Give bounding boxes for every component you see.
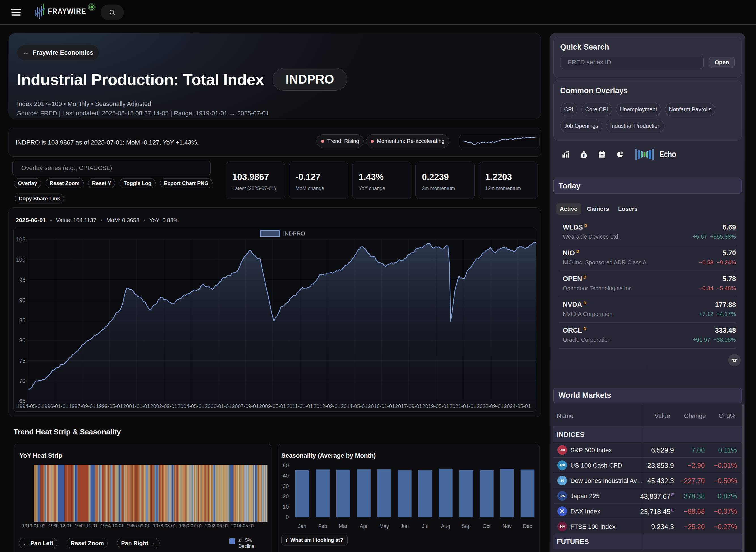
svg-text:2022-09-01: 2022-09-01 [477, 403, 503, 409]
svg-text:2017-09-01: 2017-09-01 [395, 403, 422, 409]
svg-text:Apr: Apr [359, 523, 367, 529]
svg-text:2009-05-01: 2009-05-01 [259, 403, 286, 409]
svg-text:2002-09-01: 2002-09-01 [150, 403, 177, 409]
svg-text:30: 30 [283, 483, 289, 489]
svg-text:50: 50 [283, 462, 289, 468]
svg-text:May: May [380, 523, 389, 529]
svg-text:70: 70 [19, 378, 25, 384]
svg-text:Nov: Nov [502, 523, 511, 529]
svg-text:Jul: Jul [422, 523, 428, 529]
svg-text:90: 90 [19, 297, 25, 303]
svg-text:75: 75 [19, 358, 25, 364]
svg-text:Oct: Oct [482, 523, 490, 529]
svg-text:Mar: Mar [339, 523, 348, 529]
svg-text:40: 40 [283, 473, 289, 478]
svg-text:85: 85 [19, 317, 25, 323]
svg-text:0: 0 [286, 514, 289, 520]
svg-text:1999-05-01: 1999-05-01 [96, 403, 123, 409]
svg-text:Aug: Aug [441, 523, 450, 529]
svg-text:2016-01-01: 2016-01-01 [368, 403, 395, 409]
svg-text:2001-01-01: 2001-01-01 [123, 403, 150, 409]
svg-text:105: 105 [16, 236, 25, 243]
svg-text:2011-01-01: 2011-01-01 [287, 403, 313, 409]
svg-text:2021-01-01: 2021-01-01 [449, 403, 476, 409]
svg-text:2004-05-01: 2004-05-01 [178, 403, 204, 409]
svg-text:Jan: Jan [298, 523, 306, 529]
svg-text:Dec: Dec [523, 523, 532, 529]
svg-text:100: 100 [16, 256, 25, 263]
svg-text:2024-05-01: 2024-05-01 [504, 403, 531, 409]
svg-text:2014-05-01: 2014-05-01 [341, 403, 368, 409]
svg-text:Sep: Sep [462, 523, 471, 529]
svg-text:20: 20 [283, 493, 289, 499]
svg-text:1996-01-01: 1996-01-01 [42, 403, 68, 409]
svg-text:2012-09-01: 2012-09-01 [314, 403, 341, 409]
svg-text:Feb: Feb [318, 523, 327, 529]
svg-text:80: 80 [19, 337, 25, 343]
svg-text:2006-01-01: 2006-01-01 [205, 403, 232, 409]
svg-text:INDPRO: INDPRO [283, 230, 305, 237]
svg-text:1994-05-01: 1994-05-01 [17, 403, 44, 409]
svg-text:10: 10 [283, 504, 289, 510]
svg-text:2019-05-01: 2019-05-01 [422, 403, 449, 409]
svg-text:2007-09-01: 2007-09-01 [232, 403, 259, 409]
svg-text:95: 95 [19, 277, 25, 283]
svg-text:1997-09-01: 1997-09-01 [69, 403, 96, 409]
svg-text:$: $ [583, 154, 585, 158]
svg-text:Jun: Jun [401, 523, 409, 529]
